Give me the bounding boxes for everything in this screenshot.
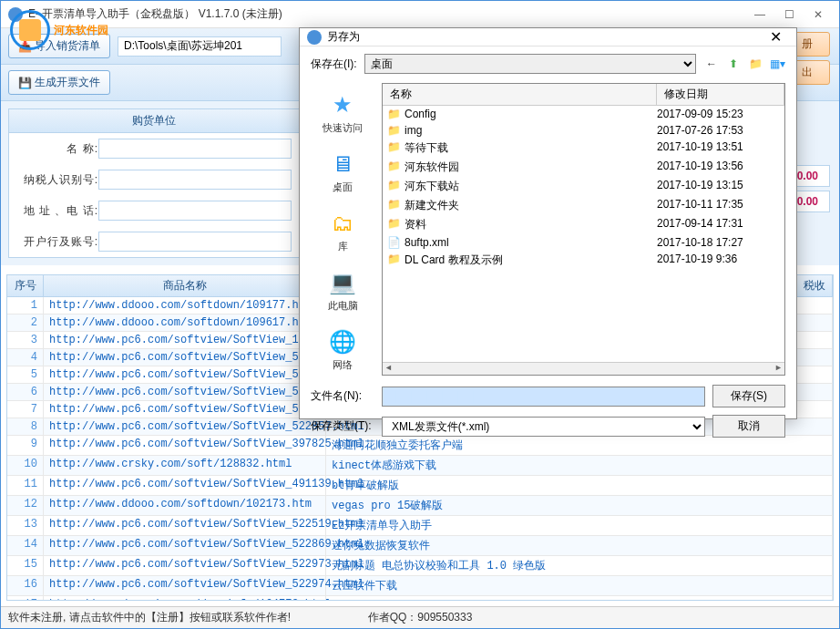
horizontal-scrollbar[interactable] [383,362,784,375]
taxid-input[interactable] [98,170,292,190]
quick-access-icon: ★ [328,90,357,119]
bank-input[interactable] [98,232,292,252]
filename-label: 文件名(N): [311,388,374,404]
file-header-name[interactable]: 名称 [383,84,657,105]
filename-row: 文件名(N): 保存(S) [311,385,785,407]
app-icon [8,7,23,22]
network-icon: 🌐 [328,327,357,356]
addr-input[interactable] [98,201,292,221]
main-titlebar: E- 开票清单导入助手（金税盘版） V1.1.7.0 (未注册) — ☐ ✕ [1,1,839,28]
statusbar: 软件未注册, 请点击软件中的【注册】按钮或联系软件作者! 作者QQ：909550… [1,606,839,628]
filename-input[interactable] [382,387,705,407]
table-row[interactable]: 13http://www.pc6.com/softview/SoftView_5… [7,516,833,536]
dialog-body: 保存在(I): 桌面 ← ⬆ 📁 ▦▾ ★ 快速访问 🖥 桌面 [300,46,796,445]
status-left: 软件未注册, 请点击软件中的【注册】按钮或联系软件作者! [8,610,291,625]
dialog-close-button[interactable]: ✕ [762,28,789,46]
up-icon[interactable]: ⬆ [725,56,742,72]
view-menu-icon[interactable]: ▦▾ [769,56,785,72]
file-header-date[interactable]: 修改日期 [657,84,784,105]
filetype-label: 保存类型(T): [311,418,374,434]
place-library[interactable]: 🗂 库 [311,205,374,257]
save-in-select[interactable]: 桌面 [364,54,696,74]
dialog-titlebar: 另存为 ✕ [300,28,796,46]
save-icon: 💾 [18,77,31,89]
desktop-icon: 🖥 [328,150,357,179]
save-as-dialog: 另存为 ✕ 保存在(I): 桌面 ← ⬆ 📁 ▦▾ ★ 快速访问 🖥 [299,27,797,419]
table-row[interactable]: 12http://www.ddooo.com/softdown/102173.h… [7,496,833,516]
col-seq-header[interactable]: 序号 [7,275,44,296]
form-row-addr: 地 址 、电 话: [9,195,299,226]
back-icon[interactable]: ← [703,56,720,72]
path-input[interactable] [118,36,282,57]
file-row[interactable]: 📁DL Card 教程及示例2017-10-19 9:36 [383,251,784,270]
file-row[interactable]: 📄8uftp.xml2017-10-18 17:27 [383,234,784,251]
window-title: E- 开票清单导入助手（金税盘版） V1.1.7.0 (未注册) [28,6,746,22]
close-button[interactable]: ✕ [804,5,832,24]
cancel-button[interactable]: 取消 [712,415,785,438]
library-icon: 🗂 [328,209,357,238]
buyer-panel-title: 购货单位 [9,109,299,133]
form-row-name: 名 称: [9,133,299,164]
bank-label: 开户行及账号: [16,234,98,250]
place-quick[interactable]: ★ 快速访问 [311,87,374,139]
window-controls: — ☐ ✕ [746,5,832,24]
taxid-label: 纳税人识别号: [16,172,98,188]
name-label: 名 称: [16,141,98,157]
place-thispc[interactable]: 💻 此电脑 [311,264,374,316]
form-row-taxid: 纳税人识别号: [9,164,299,195]
import-button[interactable]: 📥 导入销货清单 [8,34,110,58]
nav-icons: ← ⬆ 📁 ▦▾ [703,56,785,72]
save-in-label: 保存在(I): [311,57,357,72]
file-row[interactable]: 📁资料2017-09-14 17:31 [383,215,784,234]
places-bar: ★ 快速访问 🖥 桌面 🗂 库 💻 此电脑 🌐 网络 [311,83,374,376]
col-name-header[interactable]: 商品名称 [44,275,326,296]
place-network[interactable]: 🌐 网络 [311,324,374,376]
table-row[interactable]: 11http://www.pc6.com/softview/SoftView_4… [7,476,833,496]
dialog-content: ★ 快速访问 🖥 桌面 🗂 库 💻 此电脑 🌐 网络 [311,83,785,376]
file-row[interactable]: 📁等待下载2017-10-19 13:51 [383,139,784,158]
dialog-icon [307,30,322,45]
file-row[interactable]: 📁河东下载站2017-10-19 13:15 [383,177,784,196]
new-folder-icon[interactable]: 📁 [747,56,763,72]
file-area: 名称 修改日期 📁Config2017-09-09 15:23📁img2017-… [382,83,785,376]
name-input[interactable] [98,139,292,159]
addr-label: 地 址 、电 话: [16,203,98,219]
file-row[interactable]: 📁Config2017-09-09 15:23 [383,106,784,122]
table-row[interactable]: 10http://www.crsky.com/soft/128832.htmlk… [7,456,833,476]
col-tax-header[interactable]: 税收 [796,275,833,296]
buyer-panel: 购货单位 名 称: 纳税人识别号: 地 址 、电 话: 开户行及账号: [8,108,300,258]
generate-button[interactable]: 💾 生成开票文件 [8,70,110,95]
file-row[interactable]: 📁img2017-07-26 17:53 [383,122,784,139]
maximize-button[interactable]: ☐ [775,5,803,24]
file-list[interactable]: 📁Config2017-09-09 15:23📁img2017-07-26 17… [383,106,784,362]
dialog-bottom: 文件名(N): 保存(S) 保存类型(T): XML发票文件(*.xml) 取消 [311,376,785,438]
table-row[interactable]: 15http://www.pc6.com/softview/SoftView_5… [7,556,833,576]
table-row[interactable]: 17http://www.downxia.com/downinfo/164773… [7,596,833,601]
table-row[interactable]: 16http://www.pc6.com/softview/SoftView_5… [7,576,833,596]
file-header: 名称 修改日期 [383,84,784,106]
location-row: 保存在(I): 桌面 ← ⬆ 📁 ▦▾ [311,54,785,74]
form-row-bank: 开户行及账号: [9,226,299,257]
file-row[interactable]: 📁河东软件园2017-10-19 13:56 [383,158,784,177]
thispc-icon: 💻 [328,268,357,297]
dialog-title: 另存为 [327,29,762,45]
place-desktop[interactable]: 🖥 桌面 [311,146,374,198]
minimize-button[interactable]: — [746,5,773,24]
table-row[interactable]: 14http://www.pc6.com/softview/SoftView_5… [7,536,833,556]
save-button[interactable]: 保存(S) [712,385,785,407]
status-author: 作者QQ：909550333 [368,610,473,625]
file-row[interactable]: 📁新建文件夹2017-10-11 17:35 [383,196,784,215]
import-icon: 📥 [18,40,31,53]
filetype-select[interactable]: XML发票文件(*.xml) [382,417,705,437]
filetype-row: 保存类型(T): XML发票文件(*.xml) 取消 [311,415,785,438]
